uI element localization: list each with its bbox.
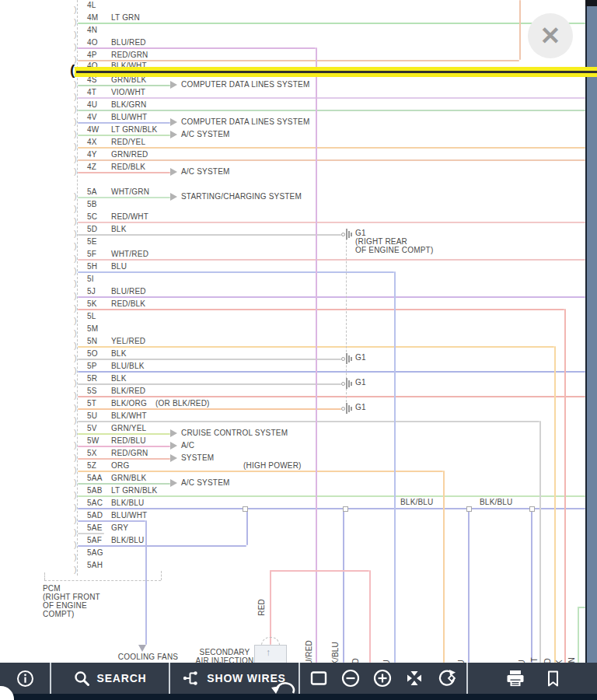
- wire-color-label: BLU/WHT: [111, 512, 147, 520]
- wire-color-label: GRN/YEL: [111, 425, 146, 432]
- connector-pin-arc: ): [74, 105, 77, 113]
- print-button[interactable]: [505, 663, 525, 694]
- pin-label: 5P: [87, 362, 97, 370]
- wire[interactable]: [78, 421, 539, 422]
- pin-label: 4U: [87, 101, 97, 109]
- wire[interactable]: [78, 545, 246, 547]
- close-button[interactable]: ✕: [528, 13, 573, 58]
- ground-symbol-bar: [351, 382, 352, 386]
- wire[interactable]: [78, 222, 585, 223]
- wire[interactable]: [78, 520, 145, 522]
- wire-vertical[interactable]: [369, 570, 371, 663]
- wire[interactable]: [78, 446, 170, 447]
- pin-label: 5AE: [87, 524, 103, 532]
- connector-pin-arc: ): [74, 242, 77, 250]
- zoom-controls-group: [300, 663, 468, 694]
- wiring-diagram-viewer: { "close_button": {"glyph": "✕"}, "toolb…: [0, 0, 597, 700]
- wire-color-label: WHT/RED: [111, 250, 148, 258]
- wire-color-label: GRY: [111, 524, 128, 532]
- wire-color-label: RED/YEL: [111, 138, 145, 146]
- zoom-out-button[interactable]: [341, 663, 360, 694]
- wire-alt-color-note: (OR BLK/RED): [155, 400, 210, 408]
- connector-pin-arc: ): [74, 304, 77, 312]
- wire-vertical[interactable]: [564, 309, 566, 663]
- wire-color-label: GRN/BLK: [111, 76, 146, 84]
- wire[interactable]: [78, 197, 170, 198]
- wire[interactable]: [78, 371, 585, 373]
- connector-pin-arc: ): [74, 503, 77, 511]
- wire[interactable]: [78, 396, 585, 397]
- pin-label: 5K: [87, 300, 97, 308]
- connector-pin-arc: ): [74, 516, 77, 523]
- wire[interactable]: [78, 172, 170, 173]
- wire[interactable]: [78, 259, 585, 261]
- wire[interactable]: [78, 234, 341, 236]
- pin-label: 5U: [87, 412, 97, 420]
- pin-label: 5B: [87, 201, 97, 208]
- pin-label: 5V: [87, 425, 97, 432]
- wire[interactable]: [78, 508, 585, 509]
- ground-symbol-bar: [348, 405, 350, 412]
- wire[interactable]: [78, 97, 585, 99]
- wire[interactable]: [78, 122, 170, 124]
- ground-symbol-bar: [351, 407, 352, 411]
- ground-symbol-dot: [341, 382, 345, 386]
- wire-vertical[interactable]: [145, 520, 147, 645]
- wire-vertical[interactable]: [519, 0, 521, 60]
- wire-segment[interactable]: [270, 570, 369, 572]
- wire-color-label: BLU/BLK: [111, 362, 145, 370]
- wire-vertical[interactable]: [539, 421, 541, 663]
- system-callout-arrow-icon: [170, 479, 177, 487]
- fit-page-button[interactable]: [309, 663, 328, 694]
- wire-vertical[interactable]: [578, 607, 579, 663]
- wire[interactable]: [78, 533, 104, 534]
- ground-symbol-bar: [348, 231, 350, 238]
- wire[interactable]: [78, 85, 170, 86]
- search-button[interactable]: SEARCH: [51, 663, 170, 694]
- vertical-wire-label: RED: [256, 555, 267, 616]
- ground-label: G1: [355, 379, 366, 387]
- wire[interactable]: [78, 296, 585, 298]
- zoom-in-button[interactable]: [373, 663, 392, 694]
- wire-vertical[interactable]: [246, 508, 248, 545]
- wire[interactable]: [78, 433, 170, 435]
- vertical-scrollbar[interactable]: [585, 0, 597, 694]
- pin-label: 5J: [87, 288, 96, 296]
- wire[interactable]: [78, 495, 585, 497]
- wire[interactable]: [78, 135, 170, 136]
- wire-color-label: BLU/WHT: [111, 114, 147, 121]
- wire[interactable]: [78, 383, 341, 385]
- wire[interactable]: [78, 408, 341, 410]
- wire[interactable]: [78, 147, 585, 149]
- wire[interactable]: [78, 359, 341, 360]
- connector-pin-arc: ): [74, 43, 77, 51]
- wire[interactable]: [78, 23, 585, 24]
- wire-vertical[interactable]: [343, 508, 344, 663]
- wire[interactable]: [78, 471, 443, 472]
- system-callout-label: A/C SYSTEM: [181, 168, 230, 176]
- wire[interactable]: [78, 60, 519, 61]
- show-wires-button[interactable]: SHOW WIRES: [170, 663, 300, 694]
- wire[interactable]: [78, 458, 170, 460]
- wire[interactable]: [78, 309, 564, 310]
- wire[interactable]: [78, 159, 585, 161]
- ground-symbol-dot: [341, 357, 345, 361]
- ground-symbol-dot: [341, 233, 345, 236]
- wire-vertical[interactable]: [394, 271, 396, 663]
- wire[interactable]: [78, 47, 316, 49]
- bookmark-button[interactable]: [546, 663, 560, 694]
- rotate-view-button[interactable]: [437, 663, 457, 694]
- pcm-connector-dashed-edge: [77, 0, 78, 576]
- wire-vertical[interactable]: [443, 471, 445, 663]
- pin-label: 5C: [87, 213, 97, 221]
- wire[interactable]: [78, 483, 170, 485]
- info-circle-icon: [16, 670, 34, 688]
- center-view-button[interactable]: [405, 663, 424, 694]
- sai-label-line1: SECONDARY: [186, 649, 264, 656]
- pcm-label: PCM: [43, 585, 61, 593]
- wire[interactable]: [78, 110, 585, 111]
- wire-segment[interactable]: [578, 607, 585, 608]
- connector-pin-arc: ): [74, 30, 77, 38]
- wire-vertical[interactable]: [468, 508, 470, 663]
- wire-vertical[interactable]: [270, 570, 271, 645]
